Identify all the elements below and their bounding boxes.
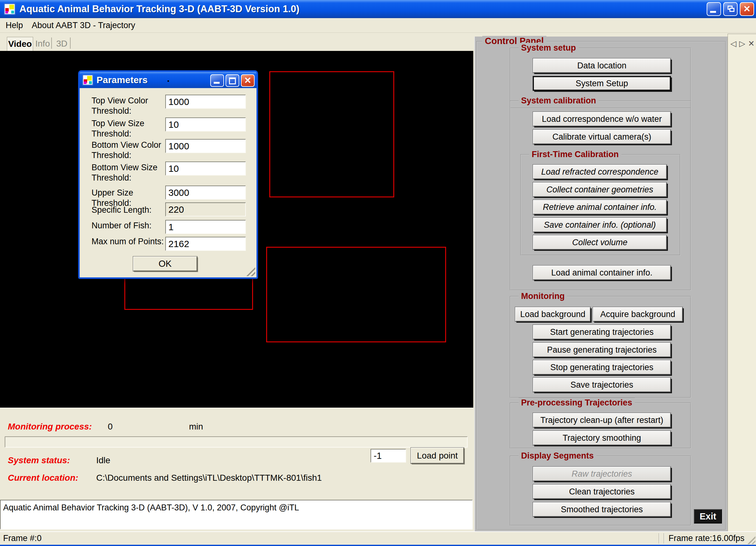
monitoring-process-unit: min — [189, 422, 203, 432]
group-first-time-calibration-label: First-Time Calibration — [529, 149, 621, 159]
monitoring-process-value: 0 — [108, 422, 113, 432]
window-resize-grip[interactable] — [745, 534, 755, 544]
dialog-close-button[interactable]: ✕ — [241, 74, 255, 87]
close-icon: ✕ — [743, 5, 750, 13]
system-setup-button[interactable]: System Setup — [533, 76, 671, 91]
smoothed-trajectories-button[interactable]: Smoothed trajectories — [533, 502, 671, 517]
maximize-icon — [229, 77, 236, 84]
minimize-icon — [214, 82, 220, 84]
nav-forward-icon[interactable]: ▷ — [739, 39, 745, 48]
field-label: Specific Length: — [92, 205, 166, 215]
group-system-calibration: System calibration Load correspondence w… — [510, 101, 691, 290]
dialog-maximize-button[interactable] — [226, 74, 239, 87]
field-label: Max num of Points: — [92, 236, 166, 247]
bottom-view-color-threshold-input[interactable] — [165, 139, 246, 153]
exit-button[interactable]: Exit — [694, 509, 722, 524]
control-panel: Control Panel System setup Data location… — [474, 37, 728, 531]
menu-item-about[interactable]: About AABT 3D - Trajectory — [27, 21, 140, 30]
group-monitoring-label: Monitoring — [519, 291, 567, 301]
dialog-resize-grip[interactable] — [245, 266, 255, 276]
copyright-text: Aquatic Animal Behavior Tracking 3-D (AA… — [3, 503, 299, 512]
window-title: Aquatic Animal Behavior Tracking 3-D (AA… — [19, 3, 299, 15]
dialog-icon — [82, 74, 93, 86]
statusbar-divider — [664, 533, 664, 544]
side-nav-strip: ◁ ▷ ✕ — [728, 34, 756, 531]
save-container-info-button[interactable]: Save container info. (optional) — [533, 218, 667, 232]
group-display-segments: Display Segments Raw trajectories Clean … — [510, 456, 691, 526]
app-icon — [4, 3, 16, 15]
top-view-color-threshold-input[interactable] — [165, 95, 246, 109]
minimize-icon — [710, 11, 716, 13]
point-number-input[interactable] — [371, 449, 406, 463]
menu-bar: Help About AABT 3D - Trajectory — [0, 18, 756, 33]
top-view-size-threshold-input[interactable] — [165, 117, 246, 132]
trajectory-smoothing-button[interactable]: Trajectory smoothing — [533, 431, 671, 445]
raw-trajectories-button: Raw trajectories — [533, 467, 671, 481]
group-monitoring: Monitoring Load background Acquire backg… — [510, 296, 691, 398]
group-first-time-calibration: First-Time Calibration Load refracted co… — [520, 154, 680, 256]
copyright-info-box: Aquatic Animal Behavior Tracking 3-D (AA… — [0, 500, 473, 529]
tab-separator — [51, 37, 52, 49]
field-label: Bottom View Color Threshold: — [92, 140, 166, 161]
load-point-button[interactable]: Load point — [411, 448, 464, 464]
upper-size-threshold-input[interactable] — [165, 186, 246, 200]
calibrate-virtual-cameras-button[interactable]: Calibrate virtual camera(s) — [533, 130, 671, 144]
statusbar-divider — [659, 533, 659, 544]
clean-trajectories-button[interactable]: Clean trajectories — [533, 484, 671, 499]
trajectory-cleanup-button[interactable]: Trajectory clean-up (after restart) — [533, 413, 671, 427]
pause-generating-trajectories-button[interactable]: Pause generating trajectories — [533, 343, 671, 357]
system-status-value: Idle — [96, 455, 110, 465]
titlebar[interactable]: Aquatic Animal Behavior Tracking 3-D (AA… — [0, 0, 756, 18]
retrieve-animal-container-info-button[interactable]: Retrieve animal container info. — [533, 200, 667, 214]
bottom-view-size-threshold-input[interactable] — [165, 161, 246, 176]
field-label: Number of Fish: — [92, 221, 166, 231]
tab-3d[interactable]: 3D — [56, 39, 67, 49]
status-bar: Frame #:0 Frame rate:16.00fps — [0, 531, 756, 545]
window-bottom-border — [0, 545, 756, 546]
dot-artifact — [167, 80, 169, 82]
tab-strip: Video Info 3D — [0, 33, 474, 51]
group-preprocessing-label: Pre-processing Trajectories — [519, 398, 635, 408]
field-label: Top View Color Threshold: — [92, 96, 166, 116]
monitoring-process-label: Monitoring process: — [8, 422, 92, 432]
dialog-minimize-button[interactable] — [210, 74, 224, 87]
menu-item-help[interactable]: Help — [0, 21, 27, 30]
minimize-button[interactable] — [707, 2, 721, 16]
nav-back-icon[interactable]: ◁ — [730, 39, 736, 48]
load-animal-container-info-button[interactable]: Load animal container info. — [533, 266, 671, 280]
group-display-segments-label: Display Segments — [519, 451, 596, 461]
data-location-button[interactable]: Data location — [533, 58, 671, 73]
number-of-fish-input[interactable] — [165, 220, 246, 234]
tab-info[interactable]: Info — [35, 39, 50, 49]
acquire-background-button[interactable]: Acquire background — [593, 307, 683, 321]
stop-generating-trajectories-button[interactable]: Stop generating trajectories — [533, 360, 671, 375]
load-correspondence-button[interactable]: Load correspondence w/o water — [533, 112, 671, 126]
start-generating-trajectories-button[interactable]: Start generating trajectories — [533, 325, 671, 339]
restore-button[interactable] — [723, 2, 738, 16]
current-location-value: C:\Documents and Settings\iTL\Desktop\TT… — [96, 473, 322, 483]
status-panel: Monitoring process: 0 min System status:… — [0, 408, 473, 500]
frame-number-status: Frame #:0 — [3, 534, 42, 543]
group-system-setup-label: System setup — [519, 43, 579, 53]
collect-volume-button[interactable]: Collect volume — [533, 235, 667, 250]
collect-container-geometries-button[interactable]: Collect container geometries — [533, 182, 667, 197]
tracking-region-top — [269, 71, 394, 197]
close-icon: ✕ — [244, 76, 251, 85]
max-num-points-input[interactable] — [165, 237, 246, 251]
monitoring-progress-bar — [5, 436, 468, 448]
group-preprocessing-trajectories: Pre-processing Trajectories Trajectory c… — [510, 403, 691, 449]
field-label: Bottom View Size Threshold: — [92, 162, 166, 183]
close-button[interactable]: ✕ — [740, 2, 754, 16]
tracking-region-bottom — [266, 247, 446, 342]
app-window: Aquatic Animal Behavior Tracking 3-D (AA… — [0, 0, 756, 546]
load-refracted-correspondence-button[interactable]: Load refracted correspondence — [533, 165, 667, 179]
parameters-dialog: Parameters ✕ Top View Color Threshold: T… — [78, 70, 258, 279]
save-trajectories-button[interactable]: Save trajectories — [533, 378, 671, 392]
nav-close-icon[interactable]: ✕ — [748, 39, 754, 48]
system-status-label: System status: — [8, 455, 70, 465]
field-label: Top View Size Threshold: — [92, 118, 166, 139]
tab-separator — [70, 37, 71, 49]
tab-video[interactable]: Video — [7, 37, 33, 51]
ok-button[interactable]: OK — [133, 256, 197, 271]
load-background-button[interactable]: Load background — [515, 307, 590, 321]
